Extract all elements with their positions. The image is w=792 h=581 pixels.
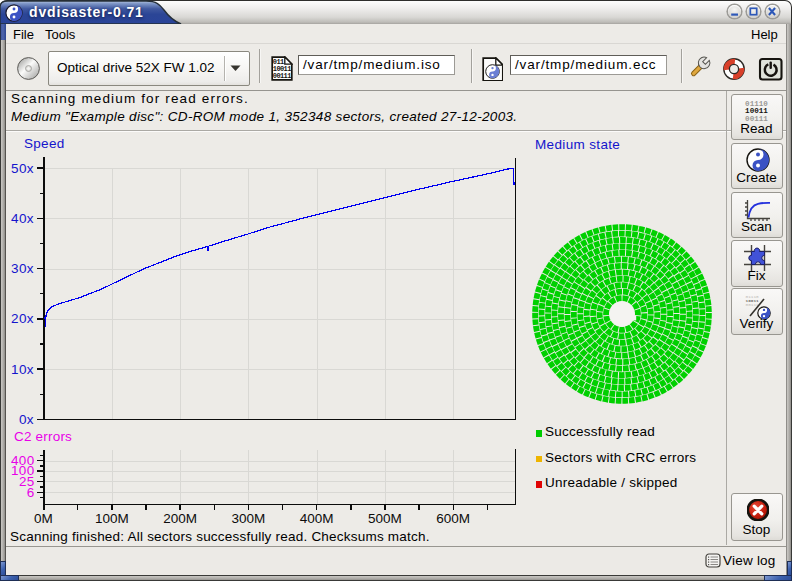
svg-text:600M: 600M xyxy=(436,511,470,526)
svg-text:20x: 20x xyxy=(11,311,34,326)
svg-text:0x: 0x xyxy=(19,412,34,427)
svg-text:100M: 100M xyxy=(95,511,129,526)
svg-text:C2 errors: C2 errors xyxy=(14,429,72,444)
svg-text:50x: 50x xyxy=(11,161,34,176)
svg-text:10x: 10x xyxy=(11,362,34,377)
svg-text:200M: 200M xyxy=(163,511,197,526)
svg-text:300M: 300M xyxy=(232,511,266,526)
svg-text:40x: 40x xyxy=(11,211,34,226)
svg-text:30x: 30x xyxy=(11,261,34,276)
svg-text:500M: 500M xyxy=(368,511,402,526)
svg-text:400M: 400M xyxy=(300,511,334,526)
svg-text:6: 6 xyxy=(27,485,35,500)
svg-text:Speed: Speed xyxy=(24,136,65,151)
svg-text:00111: 00111 xyxy=(272,71,290,79)
svg-text:0M: 0M xyxy=(34,511,53,526)
